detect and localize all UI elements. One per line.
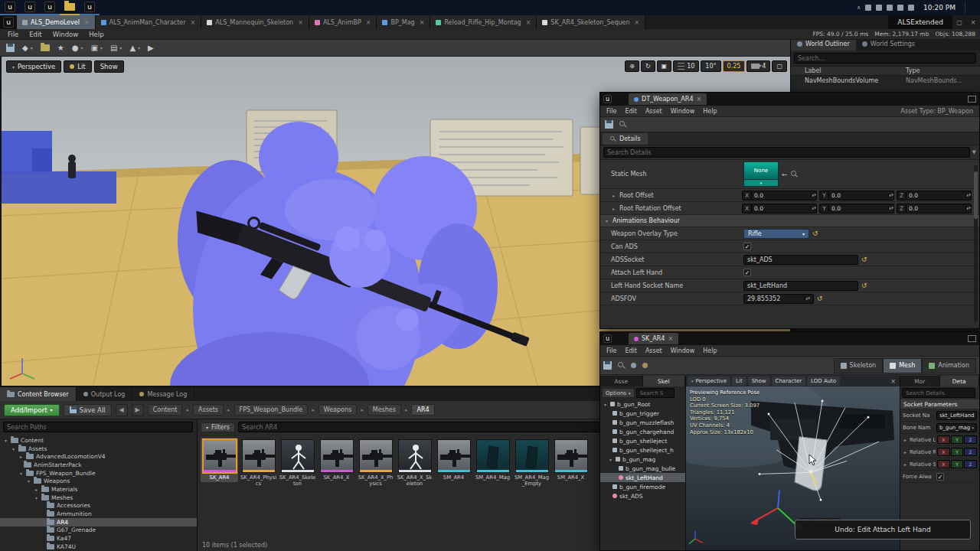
layout-icon[interactable]: ▢	[952, 15, 966, 29]
close-icon[interactable]: ×	[420, 19, 425, 26]
editor-tab-animman-character[interactable]: ALS_AnimMan_Character×	[96, 15, 202, 29]
expander-icon[interactable]: ▾	[608, 457, 613, 462]
options-dropdown[interactable]: Options▾	[602, 388, 635, 398]
lit-dropdown[interactable]: Lit	[732, 377, 746, 386]
xyz-fields[interactable]: XYZ	[937, 448, 977, 456]
spinner-icon[interactable]: ▲▼	[805, 297, 810, 300]
breadcrumb-weapons[interactable]: Weapons	[318, 404, 357, 416]
menu-file[interactable]: File	[8, 31, 18, 38]
marketplace-button[interactable]: ★	[57, 44, 64, 52]
close-icon[interactable]: ×	[526, 19, 531, 26]
taskbar-app-unreal-icon[interactable]: u	[20, 0, 40, 15]
folder-item[interactable]: KA74U	[0, 543, 197, 551]
y-value-field[interactable]: Y0.0▲▼	[819, 204, 894, 214]
folder-item[interactable]: Ammunition	[0, 510, 197, 518]
reset-to-default-icon[interactable]: ↺	[861, 256, 867, 263]
editor-tab-bp-mag[interactable]: BP_Mag×	[377, 15, 430, 29]
settings-button[interactable]: ●▾	[72, 44, 83, 52]
adsfov-field[interactable]: 29.855352▲▼	[743, 294, 814, 304]
expander-icon[interactable]: ▾	[11, 446, 16, 452]
layout-icon[interactable]	[968, 335, 976, 342]
asset-tile[interactable]: SM_AR4_X	[552, 438, 590, 482]
bone-item-skt-lefthand[interactable]: skt_LeftHand	[600, 473, 685, 482]
column-type[interactable]: Type	[906, 67, 920, 74]
folder-item[interactable]: ▾Weapons	[0, 477, 197, 485]
menu-file[interactable]: File	[606, 347, 616, 354]
breadcrumb-meshes[interactable]: Meshes	[368, 404, 401, 416]
menu-window[interactable]: Window	[53, 31, 79, 38]
bone-item[interactable]: ▾b_gun_mag	[600, 455, 685, 464]
folder-item[interactable]: ▾Assets	[0, 445, 197, 453]
expander-icon[interactable]: ▾	[603, 402, 608, 407]
attach-left-hand-checkbox[interactable]: ✓	[743, 269, 751, 276]
column-label[interactable]: Label	[791, 67, 906, 74]
close-icon[interactable]: ×	[966, 15, 980, 29]
spinner-icon[interactable]: ▲▼	[811, 194, 816, 197]
taskbar-app-unreal-icon[interactable]: u	[40, 0, 60, 15]
details-search-input[interactable]	[603, 147, 970, 158]
tab-asset-details[interactable]: Asse	[600, 376, 643, 386]
mode-tab-skeleton[interactable]: Skeleton	[834, 358, 884, 373]
asset-tile[interactable]: SK_AR4_X	[318, 438, 355, 482]
xyz-fields[interactable]: XYZ	[937, 460, 977, 468]
static-mesh-dropdown[interactable]: ▾	[743, 180, 779, 187]
menu-help[interactable]: Help	[89, 31, 103, 38]
save-button[interactable]	[6, 44, 15, 52]
source-control-button[interactable]: ◆▾	[22, 44, 33, 52]
dt-weapon-tab[interactable]: DT_Weapon_AR4×	[629, 93, 707, 105]
xyz-fields[interactable]: XYZ	[937, 435, 977, 444]
sk-ar4-tab[interactable]: SK_AR4×	[629, 333, 678, 344]
bone-item[interactable]: b_gun_mag_bulle	[600, 464, 685, 473]
menu-edit[interactable]: Edit	[625, 347, 637, 354]
folder-item[interactable]: ▾Content	[0, 436, 197, 445]
scale-tool-button[interactable]: ▣	[657, 60, 672, 72]
play-button[interactable]: ▶	[148, 44, 154, 52]
bone-item[interactable]: b_gun_muzzleflash	[600, 418, 685, 427]
grid-snap-button[interactable]: 10	[673, 60, 699, 72]
browse-icon[interactable]	[619, 121, 626, 128]
close-icon[interactable]: ×	[191, 19, 196, 26]
tab-output-log[interactable]: Output Log	[77, 387, 133, 401]
breadcrumb-content[interactable]: Content	[148, 404, 183, 416]
blueprints-button[interactable]: ▣▾	[90, 44, 102, 52]
asset-tile[interactable]: SK_AR4_Skeleton	[279, 438, 316, 488]
outliner-search-input[interactable]	[794, 53, 976, 64]
reset-to-default-icon[interactable]: ↺	[861, 282, 867, 289]
mode-tab-animation[interactable]: Animation	[922, 358, 976, 373]
taskbar-app-unreal-icon[interactable]: u	[0, 0, 20, 15]
folder-item[interactable]: ▸AdvancedLocomotionV4	[0, 452, 197, 461]
taskbar-app-folder-icon[interactable]	[60, 0, 80, 15]
spinner-icon[interactable]: ▲▼	[888, 207, 893, 210]
expander-icon[interactable]: ▸	[611, 193, 616, 198]
left-hand-socket-field[interactable]: skt_LeftHand	[743, 281, 858, 291]
editor-tab-als-demolevel[interactable]: ALS_DemoLevel×	[17, 15, 96, 29]
spinner-icon[interactable]: ▲▼	[811, 207, 816, 210]
expander-icon[interactable]: ▾	[604, 218, 609, 223]
mode-tab-mesh[interactable]: Mesh	[883, 358, 922, 373]
editor-tab-mannequin-skeleton[interactable]: ALS_Mannequin_Skeleton×	[201, 15, 309, 29]
close-icon[interactable]: ×	[668, 335, 673, 342]
menu-asset[interactable]: Asset	[645, 108, 662, 115]
bone-item[interactable]: b_gun_trigger	[600, 409, 685, 418]
bone-item[interactable]: b_gun_shelleject_h	[600, 445, 685, 455]
bone-item[interactable]: b_gun_chargehand	[600, 427, 685, 436]
section-animations-behaviour[interactable]: ▾Animations Behaviour	[600, 215, 979, 227]
reset-to-default-icon[interactable]: ↺	[817, 295, 823, 302]
tray-expand-icon[interactable]: ∧	[857, 5, 861, 11]
menu-help[interactable]: Help	[703, 347, 717, 354]
camera-speed-button[interactable]: 4	[746, 60, 770, 72]
menu-file[interactable]: File	[606, 108, 616, 115]
editor-tab-reload-montage[interactable]: Reload_Rifle_Hip_Montag×	[430, 15, 537, 29]
tray-icon[interactable]	[908, 5, 914, 11]
lod-auto-dropdown[interactable]: LOD Auto	[807, 377, 840, 386]
taskbar-app-unreal-icon[interactable]: u	[80, 0, 100, 15]
static-mesh-thumbnail[interactable]: None	[743, 161, 779, 180]
expander-icon[interactable]: ▾	[34, 495, 39, 500]
close-icon[interactable]: ×	[84, 19, 90, 26]
asset-tile[interactable]: SK_AR4_X_Skeleton	[396, 438, 433, 488]
editor-tab-sk-ar4-skeleton[interactable]: SK_AR4_Skeleton_Sequen×	[537, 15, 645, 29]
spinner-icon[interactable]: ▲▼	[965, 207, 971, 210]
perspective-dropdown[interactable]: ▾Perspective	[688, 377, 730, 386]
folder-item[interactable]: ▸Materials	[0, 485, 197, 494]
details-scrollbar[interactable]	[974, 165, 978, 322]
